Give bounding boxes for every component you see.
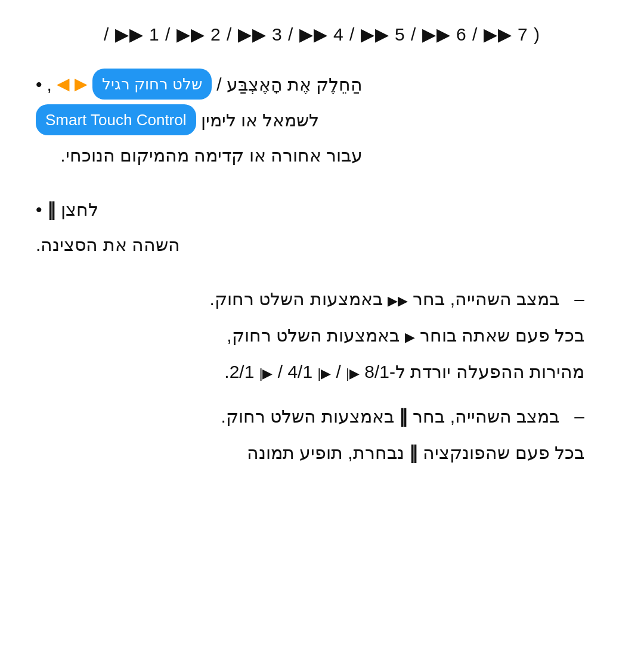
bullet1-text1: הַחֵלֶק אֶת הָאֶצְבַּע <box>227 69 363 100</box>
dash-section-2: – במצב השהייה, בחר ‖ באמצעות השלט רחוק. … <box>36 401 584 468</box>
skip-forward-icon-1: ▶▶ <box>388 293 408 308</box>
dash-section-1: – במצב השהייה, בחר ▶▶ באמצעות השלט רחוק.… <box>36 284 584 387</box>
skip-1-8-icon: ▶| <box>346 366 360 381</box>
bullet1-line3: עבור אחורה או קדימה מהמיקום הנוכחי. <box>36 140 363 170</box>
main-content: הַחֵלֶק אֶת הָאֶצְבַּע / שלט רחוק רגיל ▶… <box>36 69 608 468</box>
pause-button-symbol: ‖ <box>47 194 56 225</box>
dash1-line2: בכל פעם שאתה בוחר ▶ באמצעות השלט רחוק, <box>36 320 584 350</box>
badge-smart: Smart Touch Control <box>36 104 196 135</box>
arrow-left-icon: ◀ <box>57 70 70 98</box>
breadcrumb: ( 7 ▶▶ / 6 ▶▶ / 5 ▶▶ / 4 ▶▶ / 3 ▶▶ / 2 ▶… <box>36 24 608 45</box>
bullet2-label: לחצן <box>61 194 98 225</box>
bullet2-line1: לחצן ‖ • <box>36 194 180 225</box>
bullet-item-2: לחצן ‖ • השהה את הסצינה. <box>36 194 608 266</box>
bullet1-text2: לשמאל או לימין <box>201 105 320 135</box>
bullet-dot-2: • <box>36 194 42 225</box>
skip-1-2-icon: ▶| <box>259 366 273 381</box>
dash1-line3: מהירות ההפעלה יורדת ל-8/1 ▶| / ▶| 4/1 / … <box>36 356 584 387</box>
pause-symbol-3: ‖ <box>409 443 418 463</box>
slash-separator: / <box>216 69 221 100</box>
comma: , <box>47 69 52 100</box>
bullet-dot-1: • <box>36 69 42 100</box>
bullet1-line1: הַחֵלֶק אֶת הָאֶצְבַּע / שלט רחוק רגיל ▶… <box>36 69 363 100</box>
dash2-line2: בכל פעם שהפונקציה ‖ נבחרת, תופיע תמונה <box>36 437 584 468</box>
bullet1-line2: לשמאל או לימין Smart Touch Control <box>36 104 363 135</box>
skip-forward-icon-2: ▶ <box>405 330 415 344</box>
badge-regular: שלט רחוק רגיל <box>92 69 212 100</box>
dash1-line1: – במצב השהייה, בחר ▶▶ באמצעות השלט רחוק. <box>36 284 584 314</box>
pause-symbol-2: ‖ <box>399 406 408 426</box>
arrow-right-icon: ▶ <box>75 70 88 98</box>
bullet-item-1: הַחֵלֶק אֶת הָאֶצְבַּע / שלט רחוק רגיל ▶… <box>36 69 608 176</box>
dash2-line1: – במצב השהייה, בחר ‖ באמצעות השלט רחוק. <box>36 401 584 432</box>
skip-1-4-icon: ▶| <box>317 366 331 381</box>
bullet2-line2: השהה את הסצינה. <box>36 229 180 260</box>
